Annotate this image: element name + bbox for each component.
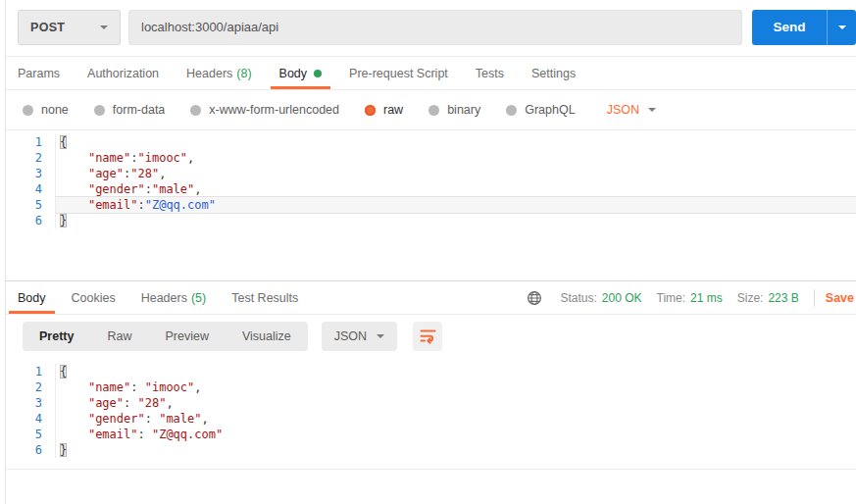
- line-number: 1: [6, 364, 55, 379]
- response-meta: Status: 200 OK Time: 21 ms Size: 223 B S…: [527, 281, 856, 314]
- radio-icon: [506, 105, 517, 116]
- code-text: {: [55, 134, 856, 150]
- size-badge: Size: 223 B: [737, 291, 799, 305]
- body-type-binary[interactable]: binary: [428, 103, 480, 117]
- code-line: 6}: [6, 213, 856, 228]
- tab-tests[interactable]: Tests: [476, 57, 504, 89]
- code-text: "email": "Z@qq.com": [55, 427, 856, 442]
- line-number: 5: [6, 427, 55, 442]
- tab-body[interactable]: Body: [279, 57, 323, 89]
- response-header: Body Cookies Headers (5) Test Results: [6, 281, 856, 315]
- code-text: "email":"Z@qq.com": [55, 197, 856, 213]
- line-number: 3: [6, 166, 55, 181]
- http-method-value: POST: [30, 21, 65, 34]
- chevron-down-icon: [377, 334, 384, 338]
- code-text: "name": "imooc",: [55, 379, 856, 395]
- line-number: 3: [6, 395, 55, 411]
- headers-count-badge: (8): [236, 67, 251, 80]
- send-button[interactable]: Send: [752, 10, 856, 45]
- line-number: 6: [6, 213, 55, 228]
- response-tab-headers[interactable]: Headers (5): [141, 281, 207, 314]
- radio-selected-icon: [365, 105, 376, 116]
- tab-params[interactable]: Params: [18, 57, 60, 89]
- code-text: }: [55, 213, 856, 228]
- code-text: "age":"28",: [55, 166, 856, 181]
- chevron-down-icon: [100, 25, 108, 29]
- code-text: "gender":"male",: [55, 181, 856, 197]
- response-tab-body[interactable]: Body: [18, 281, 46, 314]
- send-button-label[interactable]: Send: [752, 10, 827, 45]
- code-line: 3 "age": "28",: [6, 395, 856, 411]
- code-line: 4 "gender": "male",: [6, 411, 856, 427]
- response-bottom-border: [6, 469, 856, 470]
- status-badge: Status: 200 OK: [560, 291, 641, 305]
- line-number: 4: [6, 181, 55, 197]
- code-line: 2 "name": "imooc",: [6, 379, 856, 395]
- chevron-down-icon: [838, 25, 846, 29]
- save-response-button[interactable]: Save: [826, 291, 854, 305]
- meta-divider: [814, 289, 815, 307]
- body-type-form-data[interactable]: form-data: [94, 103, 166, 117]
- line-number: 6: [6, 442, 55, 458]
- code-line: 1{: [6, 134, 856, 150]
- view-tab-raw[interactable]: Raw: [90, 322, 148, 351]
- response-tab-test-results[interactable]: Test Results: [231, 281, 298, 314]
- view-tab-visualize[interactable]: Visualize: [226, 322, 308, 351]
- body-type-x-www-form-urlencoded[interactable]: x-www-form-urlencoded: [190, 103, 339, 117]
- section-gap: [6, 228, 856, 280]
- code-line: 3 "age":"28",: [6, 166, 856, 181]
- send-options-button[interactable]: [827, 10, 856, 45]
- body-type-graphql[interactable]: GraphQL: [506, 103, 575, 117]
- response-language-value: JSON: [334, 329, 367, 343]
- url-bar: POST Send: [6, 0, 856, 57]
- request-body-editor[interactable]: 1{2 "name":"imooc",3 "age":"28",4 "gende…: [6, 134, 856, 228]
- request-tabs: Params Authorization Headers (8) Body Pr…: [6, 57, 856, 90]
- code-text: "name":"imooc",: [55, 150, 856, 166]
- raw-language-select[interactable]: JSON: [607, 103, 656, 117]
- request-url-input[interactable]: [128, 10, 742, 45]
- tab-pre-request-script[interactable]: Pre-request Script: [349, 57, 448, 89]
- chevron-down-icon: [648, 108, 656, 112]
- line-number: 2: [6, 379, 55, 395]
- line-number: 2: [6, 150, 55, 166]
- body-type-raw[interactable]: raw: [365, 103, 403, 117]
- code-text: "gender": "male",: [55, 411, 856, 427]
- response-headers-count-badge: (5): [191, 291, 206, 305]
- postman-request-view: POST Send Params Authorization Headers (…: [0, 0, 856, 504]
- response-view-switch: Pretty Raw Preview Visualize: [23, 322, 308, 351]
- radio-icon: [23, 105, 33, 116]
- line-number: 1: [6, 134, 55, 150]
- body-type-row: none form-data x-www-form-urlencoded raw…: [6, 90, 856, 130]
- radio-icon: [94, 105, 105, 116]
- code-text: }: [55, 442, 856, 458]
- tab-settings[interactable]: Settings: [531, 57, 576, 89]
- response-body-viewer[interactable]: 1{2 "name": "imooc",3 "age": "28",4 "gen…: [6, 364, 856, 458]
- code-line: 4 "gender":"male",: [6, 181, 856, 197]
- code-line: 5 "email":"Z@qq.com": [6, 197, 856, 213]
- code-line: 6}: [6, 442, 856, 458]
- response-toolbar: Pretty Raw Preview Visualize JSON: [6, 315, 856, 357]
- wrap-text-icon: [420, 328, 436, 344]
- response-section: Body Cookies Headers (5) Test Results: [6, 280, 856, 470]
- raw-language-value: JSON: [607, 103, 639, 117]
- tab-headers[interactable]: Headers (8): [186, 57, 252, 89]
- response-tab-cookies[interactable]: Cookies: [72, 281, 116, 314]
- view-tab-pretty[interactable]: Pretty: [23, 322, 90, 351]
- globe-icon[interactable]: [527, 290, 542, 306]
- pane-left-border: [5, 0, 6, 504]
- http-method-select[interactable]: POST: [18, 10, 121, 45]
- line-number: 5: [6, 197, 55, 213]
- code-line: 5 "email": "Z@qq.com": [6, 427, 856, 442]
- wrap-text-button[interactable]: [413, 322, 442, 351]
- radio-icon: [190, 105, 201, 116]
- radio-icon: [428, 105, 439, 116]
- body-type-none[interactable]: none: [23, 103, 69, 117]
- code-line: 2 "name":"imooc",: [6, 150, 856, 166]
- response-language-select[interactable]: JSON: [322, 322, 397, 351]
- code-text: "age": "28",: [55, 395, 856, 411]
- unsaved-changes-dot-icon: [314, 70, 322, 77]
- view-tab-preview[interactable]: Preview: [148, 322, 225, 351]
- line-number: 4: [6, 411, 55, 427]
- tab-authorization[interactable]: Authorization: [87, 57, 159, 89]
- time-badge: Time: 21 ms: [657, 291, 723, 305]
